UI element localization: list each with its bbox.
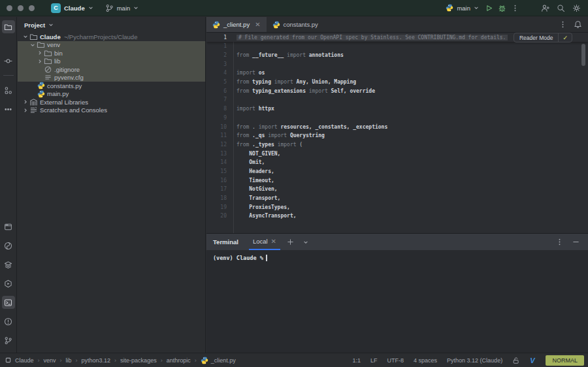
tree-item-claude[interactable]: Claude~/PycharmProjects/Claude (18, 33, 205, 41)
terminal-tab-list-button[interactable] (300, 236, 312, 248)
code-token: import (287, 52, 309, 58)
problems-tool-button[interactable] (2, 315, 15, 328)
editor-tab-bar: _client.py✕constants.py (206, 17, 588, 33)
breadcrumb-item-site-packages[interactable]: site-packages (120, 357, 157, 364)
breadcrumb-item-venv[interactable]: venv (43, 357, 57, 364)
python-icon (446, 4, 453, 12)
zoom-window-button[interactable] (29, 5, 35, 11)
chevron-down-icon[interactable] (21, 34, 29, 39)
project-panel-header[interactable]: Project (18, 17, 205, 33)
chevron-right-icon[interactable] (35, 59, 44, 64)
services-tool-button[interactable] (2, 277, 15, 290)
debug-button[interactable] (495, 1, 508, 14)
tree-item-scratches-and-consoles[interactable]: Scratches and Consoles (18, 106, 205, 115)
tab-label: _client.py (223, 21, 250, 28)
close-icon[interactable]: ✕ (255, 21, 260, 28)
code-line: 12from ._types import ( (206, 140, 588, 150)
line-number: 19 (206, 204, 227, 210)
editor-tab--client-py[interactable]: _client.py✕ (206, 17, 267, 32)
code-with-me-button[interactable] (538, 1, 551, 14)
chevron-right-icon[interactable] (35, 50, 44, 56)
line-number: 8 (206, 106, 227, 112)
more-tool-windows-button[interactable] (2, 103, 15, 116)
run-button[interactable] (482, 1, 495, 14)
breadcrumb-item-claude[interactable]: Claude (14, 357, 35, 364)
more-horizontal-icon (4, 105, 12, 114)
breadcrumb-label: _client.py (211, 357, 236, 364)
python-console-tool-button[interactable] (2, 239, 15, 252)
breadcrumb-label: anthropic (167, 357, 191, 364)
line-number: 6 (206, 88, 227, 94)
tree-item-pyvenv-cfg[interactable]: pyvenv.cfg (18, 74, 205, 82)
tab-options-button[interactable] (559, 20, 567, 29)
breadcrumb-item-anthropic[interactable]: anthropic (166, 357, 191, 364)
hide-terminal-button[interactable] (572, 238, 580, 246)
tree-item-label: bin (54, 50, 63, 57)
gutter-divider (233, 33, 234, 233)
ideavim-icon[interactable]: V (530, 357, 534, 364)
toolbar-divider (3, 75, 14, 76)
close-window-button[interactable] (7, 5, 12, 11)
tree-item-main-py[interactable]: main.py (18, 90, 205, 99)
commit-tool-button[interactable] (2, 54, 15, 67)
window-square-icon[interactable] (5, 357, 11, 363)
tree-item--gitignore[interactable]: .gitignore (18, 65, 205, 74)
terminal-options-button[interactable] (555, 238, 564, 246)
branch-widget[interactable]: main (102, 3, 142, 14)
line-number: 4 (206, 70, 227, 76)
code-line: 9 (206, 114, 588, 123)
encoding-widget[interactable]: UTF-8 (387, 357, 404, 364)
terminal-tool-button[interactable] (2, 296, 15, 309)
code-token (237, 168, 249, 174)
tree-item-label: pyvenv.cfg (54, 74, 84, 81)
terminal-console[interactable]: (venv) Claude % (206, 250, 588, 261)
settings-button[interactable] (570, 1, 583, 14)
code-token (237, 159, 249, 165)
chevron-down-icon (474, 5, 479, 10)
code-token: Transport, (249, 195, 280, 201)
tree-item-external-libraries[interactable]: External Libraries (18, 98, 205, 106)
run-config-widget[interactable]: main (442, 3, 482, 13)
new-terminal-tab-button[interactable] (284, 236, 296, 248)
code-editor[interactable]: 1 # File generated from our OpenAPI spec… (206, 33, 588, 233)
code-token: from (237, 133, 252, 138)
tree-item-constants-py[interactable]: constants.py (18, 82, 205, 90)
project-widget[interactable]: C Claude (48, 2, 97, 14)
layers-tool-button[interactable] (2, 258, 15, 271)
unlock-icon[interactable] (512, 357, 520, 364)
breadcrumb-item-python3-12[interactable]: python3.12 (81, 357, 112, 364)
reader-mode-widget[interactable]: Reader Mode ✓ (514, 33, 572, 42)
minimize-window-button[interactable] (18, 5, 24, 11)
version-control-tool-button[interactable] (2, 334, 15, 347)
packages-tool-button[interactable] (2, 220, 15, 233)
more-actions-button[interactable] (508, 1, 521, 14)
caret-position-widget[interactable]: 1:1 (353, 357, 361, 364)
code-line: 11from ._qs import Querystring (206, 131, 588, 140)
editor-scrollbar[interactable] (581, 44, 585, 66)
chevron-down-icon[interactable] (28, 42, 37, 48)
code-token (237, 213, 249, 219)
terminal-tab-local[interactable]: Local ✕ (249, 234, 280, 250)
indent-widget[interactable]: 4 spaces (414, 357, 437, 364)
interpreter-widget[interactable]: Python 3.12 (Claude) (447, 357, 502, 364)
chevron-right-icon[interactable] (21, 108, 29, 113)
tree-item-venv[interactable]: venv (18, 41, 205, 50)
breadcrumb-item--client-py[interactable]: _client.py (200, 357, 237, 364)
folder-icon (4, 23, 12, 31)
line-separator-widget[interactable]: LF (370, 357, 378, 364)
chevron-right-icon[interactable] (21, 99, 29, 104)
code-token (237, 204, 249, 210)
editor-tab-constants-py[interactable]: constants.py (267, 17, 324, 32)
tree-item-label: constants.py (47, 82, 82, 89)
tree-item-bin[interactable]: bin (18, 49, 205, 57)
code-token: import (259, 124, 281, 130)
close-icon[interactable]: ✕ (271, 238, 276, 245)
tree-item-lib[interactable]: lib (18, 57, 205, 66)
structure-tool-button[interactable] (2, 84, 15, 97)
breadcrumb-item-lib[interactable]: lib (65, 357, 73, 364)
search-everywhere-button[interactable] (554, 1, 567, 14)
code-text: import os (227, 70, 265, 76)
project-tool-button[interactable] (2, 20, 15, 33)
notifications-bell-icon[interactable] (574, 20, 582, 29)
inspections-ok-icon[interactable]: ✓ (559, 35, 572, 41)
